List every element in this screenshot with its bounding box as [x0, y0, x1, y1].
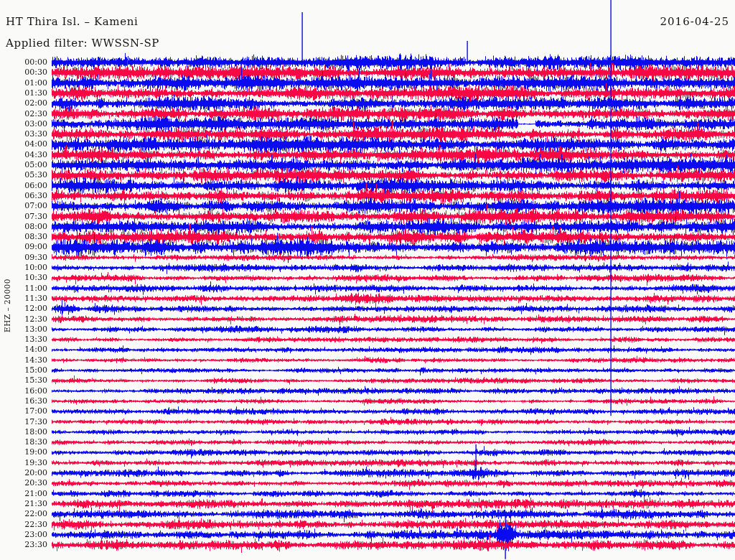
time-label-06:00: 06:00 — [0, 182, 47, 190]
time-label-23:30: 23:30 — [0, 541, 47, 549]
date-label: 2016-04-25 — [660, 15, 729, 28]
time-label-08:30: 08:30 — [0, 233, 47, 241]
helicorder-screen: HT Thira Isl. – Kameni Applied filter: W… — [0, 0, 735, 560]
filter-label: Applied filter: WWSSN-SP — [6, 37, 159, 50]
time-label-20:30: 20:30 — [0, 479, 47, 487]
time-label-11:00: 11:00 — [0, 284, 47, 293]
time-label-23:00: 23:00 — [0, 531, 47, 539]
time-label-15:00: 15:00 — [0, 366, 47, 375]
time-label-04:30: 04:30 — [0, 151, 47, 159]
time-label-14:30: 14:30 — [0, 356, 47, 365]
time-label-00:30: 00:30 — [0, 68, 47, 77]
time-label-10:00: 10:00 — [0, 263, 47, 272]
time-label-22:30: 22:30 — [0, 521, 47, 529]
time-label-21:30: 21:30 — [0, 500, 47, 508]
time-label-01:00: 01:00 — [0, 79, 47, 88]
time-label-00:00: 00:00 — [0, 58, 47, 67]
time-label-02:00: 02:00 — [0, 99, 47, 108]
time-label-13:00: 13:00 — [0, 325, 47, 334]
time-label-18:00: 18:00 — [0, 428, 47, 437]
time-label-12:00: 12:00 — [0, 304, 47, 313]
time-label-17:30: 17:30 — [0, 418, 47, 426]
time-label-16:00: 16:00 — [0, 387, 47, 396]
time-label-05:00: 05:00 — [0, 161, 47, 169]
time-label-05:30: 05:30 — [0, 171, 47, 179]
time-label-08:00: 08:00 — [0, 223, 47, 231]
time-label-03:00: 03:00 — [0, 120, 47, 129]
time-label-13:30: 13:30 — [0, 335, 47, 344]
time-label-07:00: 07:00 — [0, 202, 47, 210]
time-label-04:00: 04:00 — [0, 140, 47, 149]
time-label-11:30: 11:30 — [0, 294, 47, 303]
time-label-02:30: 02:30 — [0, 110, 47, 118]
time-label-21:00: 21:00 — [0, 490, 47, 498]
time-label-07:30: 07:30 — [0, 213, 47, 221]
time-label-19:30: 19:30 — [0, 459, 47, 467]
time-label-18:30: 18:30 — [0, 438, 47, 447]
time-label-19:00: 19:00 — [0, 448, 47, 457]
seismogram-canvas — [0, 0, 735, 560]
station-title: HT Thira Isl. – Kameni — [6, 15, 138, 28]
time-label-09:30: 09:30 — [0, 253, 47, 262]
time-label-14:00: 14:00 — [0, 345, 47, 354]
time-label-09:00: 09:00 — [0, 243, 47, 251]
time-label-10:30: 10:30 — [0, 274, 47, 282]
time-label-22:00: 22:00 — [0, 510, 47, 518]
time-label-20:00: 20:00 — [0, 469, 47, 477]
time-label-16:30: 16:30 — [0, 397, 47, 406]
time-label-12:30: 12:30 — [0, 315, 47, 324]
time-label-01:30: 01:30 — [0, 89, 47, 98]
time-label-17:00: 17:00 — [0, 407, 47, 416]
time-label-06:30: 06:30 — [0, 192, 47, 200]
time-label-03:30: 03:30 — [0, 130, 47, 139]
time-label-15:30: 15:30 — [0, 376, 47, 385]
